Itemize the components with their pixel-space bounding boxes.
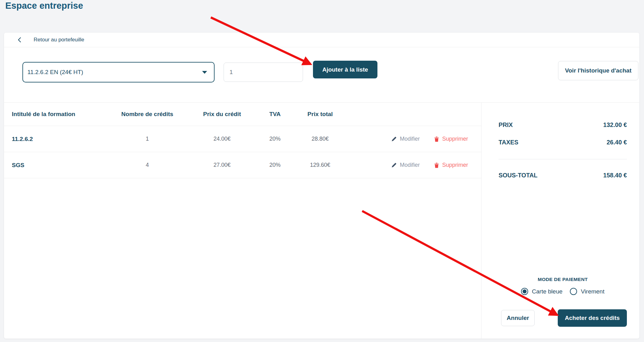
cancel-button[interactable]: Annuler — [501, 310, 535, 326]
payment-section: MODE DE PAIEMENT Carte bleue Virement — [499, 277, 627, 295]
subtotal-value: 158.40 € — [603, 172, 627, 179]
pencil-icon — [391, 136, 397, 142]
purchase-history-button[interactable]: Voir l'historique d'achat — [558, 61, 638, 80]
price-value: 132.00 € — [603, 121, 627, 129]
table-row: SGS 4 27.00€ 20% 129.60€ Modifier Suppri… — [4, 152, 481, 178]
table-header-row: Intitulé de la formation Nombre de crédi… — [4, 103, 481, 126]
table-row: 11.2.6.2 1 24.00€ 20% 28.80€ Modifier Su… — [4, 126, 481, 152]
summary-divider — [499, 159, 627, 159]
col-header-credits: Nombre de crédits — [115, 111, 180, 118]
summary-price-row: PRIX 132.00 € — [499, 121, 627, 129]
summary-buttons: Annuler Acheter des crédits — [499, 309, 627, 327]
payment-option-transfer[interactable]: Virement — [570, 288, 604, 295]
course-select-value: 11.2.6.2 EN (24€ HT) — [27, 69, 83, 76]
row-credits: 1 — [115, 136, 180, 142]
taxes-label: TAXES — [499, 139, 519, 146]
row-credits: 4 — [115, 162, 180, 168]
trash-icon — [434, 136, 439, 142]
pencil-icon — [391, 162, 397, 168]
payment-mode-title: MODE DE PAIEMENT — [499, 277, 627, 282]
add-to-list-button[interactable]: Ajouter à la liste — [313, 61, 377, 78]
course-select[interactable]: 11.2.6.2 EN (24€ HT) — [22, 62, 215, 82]
col-header-unit-price: Prix du crédit — [180, 111, 264, 118]
radio-virement-icon[interactable] — [570, 288, 577, 295]
subtotal-label: SOUS-TOTAL — [499, 172, 537, 179]
credits-table: Intitulé de la formation Nombre de crédi… — [4, 103, 481, 339]
page-title: Espace entreprise — [5, 1, 83, 11]
edit-label: Modifier — [400, 162, 420, 168]
back-to-wallet-link[interactable]: Retour au portefeuille — [34, 37, 84, 43]
edit-button[interactable]: Modifier — [391, 136, 420, 142]
col-header-total: Prix total — [286, 111, 354, 118]
trash-icon — [434, 162, 439, 168]
summary-taxes-row: TAXES 26.40 € — [499, 139, 627, 146]
buy-credits-button[interactable]: Acheter des crédits — [558, 309, 627, 327]
row-actions: Modifier Supprimer — [354, 136, 481, 142]
row-vat: 20% — [264, 162, 286, 168]
payment-option-label: Carte bleue — [532, 288, 562, 295]
row-name: SGS — [12, 162, 115, 169]
edit-label: Modifier — [400, 136, 420, 142]
delete-label: Supprimer — [442, 136, 468, 142]
chevron-left-icon[interactable] — [17, 37, 22, 42]
row-total: 28.80€ — [286, 136, 354, 142]
chevron-down-icon — [202, 71, 207, 74]
radio-carte-bleue-icon[interactable] — [521, 288, 528, 295]
quantity-input[interactable] — [224, 63, 303, 82]
row-total: 129.60€ — [286, 162, 354, 168]
col-header-vat: TVA — [264, 111, 286, 118]
row-actions: Modifier Supprimer — [354, 162, 481, 168]
spacer — [499, 179, 627, 277]
controls-row: 11.2.6.2 EN (24€ HT) Ajouter à la liste … — [4, 47, 639, 103]
row-vat: 20% — [264, 136, 286, 142]
payment-options: Carte bleue Virement — [499, 288, 627, 295]
payment-option-label: Virement — [581, 288, 604, 295]
row-unit-price: 24.00€ — [180, 136, 264, 142]
col-header-name: Intitulé de la formation — [12, 111, 115, 118]
summary-subtotal-row: SOUS-TOTAL 158.40 € — [499, 172, 627, 179]
delete-button[interactable]: Supprimer — [434, 136, 468, 142]
payment-option-card[interactable]: Carte bleue — [521, 288, 562, 295]
delete-button[interactable]: Supprimer — [434, 162, 468, 168]
row-unit-price: 27.00€ — [180, 162, 264, 168]
card-header: Retour au portefeuille — [4, 33, 639, 47]
order-summary-panel: PRIX 132.00 € TAXES 26.40 € SOUS-TOTAL 1… — [481, 103, 639, 339]
edit-button[interactable]: Modifier — [391, 162, 420, 168]
price-label: PRIX — [499, 121, 513, 129]
delete-label: Supprimer — [442, 162, 468, 168]
purchase-card: Retour au portefeuille 11.2.6.2 EN (24€ … — [4, 33, 639, 339]
taxes-value: 26.40 € — [607, 139, 627, 146]
main-area: Intitulé de la formation Nombre de crédi… — [4, 103, 639, 339]
row-name: 11.2.6.2 — [12, 136, 115, 143]
